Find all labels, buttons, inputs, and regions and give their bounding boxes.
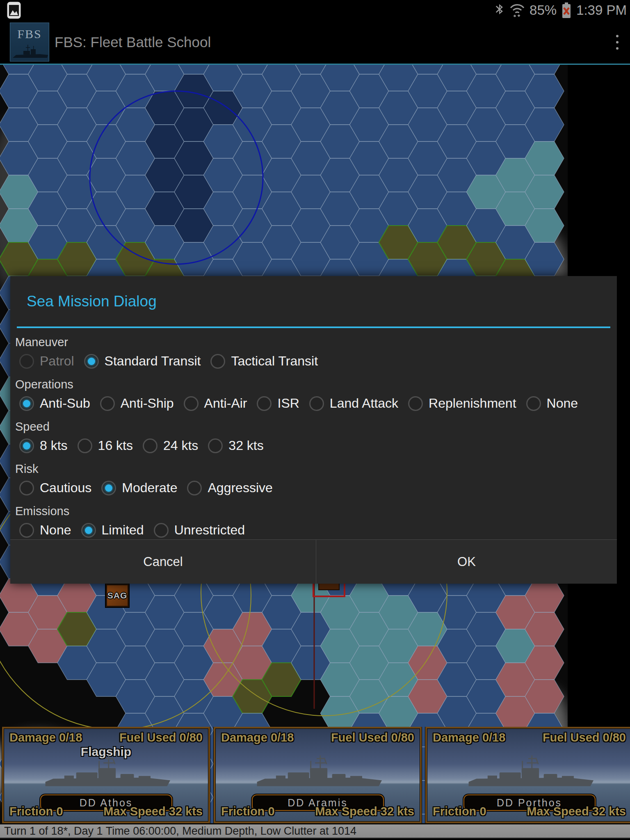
radio-option[interactable]: Aggressive [187,480,282,495]
radio-icon[interactable] [526,396,541,411]
damage-label: Damage 0/18 [221,731,294,744]
radio-option-label: 16 kts [98,438,133,453]
radio-option-label: 24 kts [163,438,198,453]
radio-option[interactable]: Limited [81,523,154,538]
fuel-label: Fuel Used 0/80 [331,731,414,744]
ship-cards: Damage 0/18Fuel Used 0/80FlagshipDD Atho… [0,727,630,823]
section-label: Maneuver [15,331,617,349]
sea-mission-dialog: Sea Mission Dialog ManeuverPatrolStandar… [10,276,617,584]
cancel-button[interactable]: Cancel [10,540,316,584]
wifi-icon [509,2,525,18]
radio-option[interactable]: Anti-Air [184,396,257,411]
screenshot-icon [7,1,21,19]
radio-icon[interactable] [19,354,34,369]
radio-icon[interactable] [19,481,34,495]
radio-option[interactable]: 24 kts [143,438,208,453]
radio-icon[interactable] [184,396,199,411]
options-row: CautiousModerateAggressive [19,480,617,495]
status-bar: 85% 1:39 PM [0,0,630,21]
section-label: Emissions [15,500,617,518]
battery-percent: 85% [530,2,557,18]
radio-icon[interactable] [84,354,99,369]
radio-option[interactable]: Tactical Transit [210,354,328,369]
ship-silhouette-icon [39,752,174,796]
dialog-button-bar: Cancel OK [10,539,617,584]
radio-option[interactable]: 8 kts [19,438,78,453]
radio-option-label: Unrestricted [174,523,245,538]
radio-option-label: Standard Transit [105,354,201,369]
friction-label: Friction 0 [433,805,486,818]
dialog-section: EmissionsNoneLimitedUnrestricted [15,500,617,542]
friction-label: Friction 0 [221,805,275,818]
fuel-label: Fuel Used 0/80 [543,731,626,744]
radio-icon[interactable] [187,481,202,495]
radio-option-label: 8 kts [40,438,68,453]
radio-option-label: Replenishment [429,396,516,411]
radio-icon[interactable] [257,396,272,411]
radio-option[interactable]: ISR [257,396,309,411]
radio-option[interactable]: Patrol [19,354,84,369]
radio-icon[interactable] [143,438,158,453]
bluetooth-icon [494,3,505,17]
radio-option[interactable]: 32 kts [208,438,273,453]
radio-option[interactable]: Moderate [101,480,187,495]
radio-icon[interactable] [208,438,223,453]
section-label: Operations [15,373,617,391]
radio-option-label: 32 kts [228,438,263,453]
section-label: Speed [15,415,617,434]
ship-card[interactable]: Damage 0/18Fuel Used 0/80DD AramisFricti… [214,727,422,823]
radio-option-label: Moderate [122,480,177,495]
radio-option[interactable]: None [526,396,588,411]
sag-unit-label: SAG [107,591,128,600]
radio-option-label: Anti-Ship [121,396,174,411]
radio-option-label: None [547,396,578,411]
ship-card[interactable]: Damage 0/18Fuel Used 0/80DD PorthosFrict… [425,727,630,823]
turn-status-bar: Turn 1 of 18*, Day 1 Time 06:00:00, Medi… [0,823,630,838]
radio-option-label: Anti-Sub [40,396,90,411]
app-logo-text: FBS [10,27,49,41]
radio-option-label: Aggressive [208,480,272,495]
radio-icon[interactable] [19,523,34,538]
radio-option[interactable]: Standard Transit [84,354,211,369]
ship-silhouette-icon [250,752,386,796]
app-bar: FBS FBS: Fleet Battle School [0,21,630,64]
radio-icon[interactable] [101,481,116,495]
section-label: Risk [15,457,617,476]
radio-icon[interactable] [19,396,34,411]
radio-icon[interactable] [78,438,92,453]
radio-option[interactable]: Unrestricted [154,523,255,538]
options-row: PatrolStandard TransitTactical Transit [19,354,617,369]
radio-option[interactable]: Cautious [19,480,101,495]
radio-icon[interactable] [210,354,225,369]
radio-icon[interactable] [408,396,423,411]
radio-option[interactable]: Anti-Sub [19,396,100,411]
radio-option-label: Limited [102,523,144,538]
radio-option[interactable]: None [19,523,81,538]
app-logo: FBS [10,23,49,62]
radio-option[interactable]: 16 kts [78,438,143,453]
radio-icon[interactable] [81,523,96,538]
radio-option[interactable]: Land Attack [309,396,408,411]
radio-icon[interactable] [19,438,34,453]
radio-icon[interactable] [154,523,169,538]
dialog-section: Speed8 kts16 kts24 kts32 kts [15,415,617,457]
fuel-label: Fuel Used 0/80 [119,731,203,744]
options-row: NoneLimitedUnrestricted [19,523,617,538]
radio-option[interactable]: Anti-Ship [100,396,184,411]
ship-silhouette-icon [462,752,597,796]
dialog-section: ManeuverPatrolStandard TransitTactical T… [15,331,617,373]
battery-icon [561,2,572,18]
max-speed-label: Max Speed 32 kts [103,805,203,818]
radio-option-label: Tactical Transit [231,354,318,369]
radio-icon[interactable] [309,396,324,411]
radio-option[interactable]: Replenishment [408,396,526,411]
options-row: Anti-SubAnti-ShipAnti-AirISRLand AttackR… [19,396,617,411]
radio-icon[interactable] [100,396,115,411]
clock-text: 1:39 PM [576,2,627,18]
radio-option-label: None [40,523,71,538]
ship-card[interactable]: Damage 0/18Fuel Used 0/80FlagshipDD Atho… [2,727,210,823]
ok-button[interactable]: OK [316,540,617,584]
turn-status-text: Turn 1 of 18*, Day 1 Time 06:00:00, Medi… [4,825,356,838]
overflow-menu-icon[interactable] [616,21,619,64]
sag-unit[interactable]: SAG [106,584,129,607]
